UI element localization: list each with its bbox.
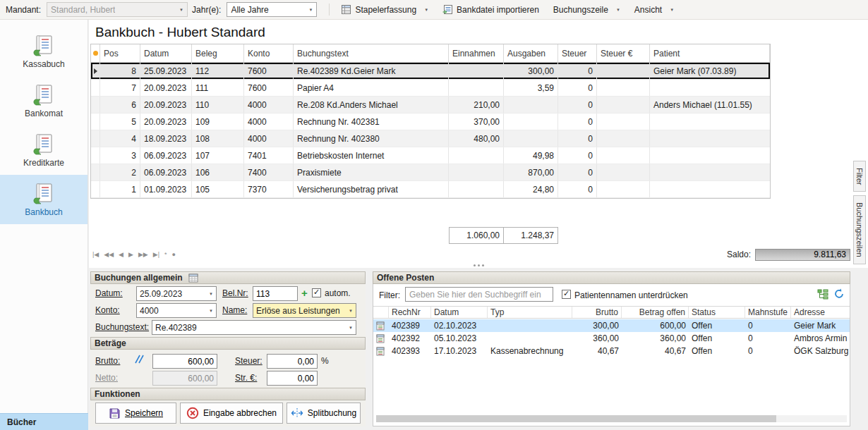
column-header-datum[interactable]: Datum <box>140 44 192 62</box>
cell-steuer-eur <box>597 80 650 96</box>
column-header-buchungstext[interactable]: Buchungstext <box>294 44 449 62</box>
table-row[interactable]: 7 20.09.2023 111 7600 Papier A4 3,59 0 <box>91 80 770 97</box>
cell-konto: 7370 <box>244 181 294 197</box>
navigator-icon[interactable]: |◀ <box>92 251 99 258</box>
ansicht-button[interactable]: Ansicht ▼ <box>629 3 679 17</box>
datum-select[interactable]: 25.09.2023 ▼ <box>136 286 217 301</box>
sidebar-item[interactable]: Kreditkarte <box>0 125 88 175</box>
cell-konto: 7600 <box>244 80 294 96</box>
toolbar-separator <box>329 4 330 16</box>
konto-value: 4000 <box>140 306 159 316</box>
str-eur-input[interactable] <box>267 371 318 386</box>
netto-label: Netto: <box>95 373 118 383</box>
split-arrows-icon <box>291 407 303 419</box>
list-item[interactable]: 402392 05.10.2023 360,00 360,00 Offen 0 … <box>373 332 850 345</box>
op-cell-datum: 17.10.2023 <box>431 345 488 357</box>
table-row[interactable]: 4 18.09.2023 108 4000 Rechnung Nr. 40238… <box>91 130 770 147</box>
autom-checkbox[interactable]: ✓ <box>312 288 321 297</box>
sidebar-item[interactable]: Bankomat <box>0 76 88 125</box>
navigator-icon[interactable]: ● <box>172 251 176 258</box>
op-column-mahnstufe[interactable]: Mahnstufe <box>745 307 791 318</box>
batch-grid-icon <box>341 4 351 15</box>
bookings-grid-area: Pos Datum Beleg Konto Buchungstext Einna… <box>90 44 850 268</box>
jahre-select[interactable]: Alle Jahre ▼ <box>227 2 317 17</box>
side-tab[interactable]: Buchungszeilen <box>853 195 866 264</box>
cell-einnahmen <box>449 80 504 96</box>
cell-ausgaben <box>504 113 558 130</box>
table-row[interactable]: 6 20.09.2023 110 4000 Re.208 Kd.Anders M… <box>91 97 770 113</box>
group-view-icon[interactable] <box>817 289 828 302</box>
brutto-input[interactable] <box>152 354 217 369</box>
navigator-icon[interactable]: ▶▶ <box>138 251 148 258</box>
cancel-button[interactable]: Eingabe abbrechen <box>180 403 283 424</box>
navigator-icon[interactable]: ▶ <box>128 251 133 258</box>
column-header-patient[interactable]: Patient <box>650 44 770 62</box>
column-header-beleg[interactable]: Beleg <box>192 44 244 62</box>
cell-buchungstext: Rechnung Nr. 402381 <box>294 113 449 130</box>
filter-search-input[interactable] <box>405 287 553 302</box>
save-button[interactable]: Speichern <box>95 403 176 424</box>
navigator-icon[interactable]: ◀◀ <box>104 251 114 258</box>
column-header-einnahmen[interactable]: Einnahmen <box>449 44 504 62</box>
cell-patient <box>650 130 770 147</box>
sidebar-footer-buecher[interactable]: Bücher <box>0 413 88 430</box>
cell-steuer: 0 <box>558 164 597 180</box>
cell-buchungstext: Re.208 Kd.Anders Michael <box>294 97 449 113</box>
invoice-doc-icon <box>373 319 389 332</box>
column-header-ausgaben[interactable]: Ausgaben <box>504 44 558 62</box>
table-row[interactable]: 1 01.09.2023 105 7370 Versicherungsbetra… <box>91 181 770 198</box>
name-select[interactable]: Erlöse aus Leistungen ▼ <box>253 303 356 318</box>
saldo-label: Saldo: <box>727 250 751 259</box>
op-scrollbar-thumb[interactable] <box>376 415 776 422</box>
chevron-down-icon: ▼ <box>349 309 353 313</box>
op-column-rechnr[interactable]: RechNr <box>389 307 431 318</box>
column-header-konto[interactable]: Konto <box>244 44 294 62</box>
navigator-icon[interactable]: ◀ <box>119 251 123 258</box>
horizontal-splitter[interactable] <box>89 263 868 268</box>
op-column-status[interactable]: Status <box>689 307 745 318</box>
side-tab[interactable]: Filter <box>853 161 866 192</box>
buchungstext-select[interactable]: Re.402389 ▼ <box>152 320 356 335</box>
table-row[interactable]: 5 20.09.2023 109 4000 Rechnung Nr. 40238… <box>91 113 770 130</box>
sidebar-item[interactable]: Kassabuch <box>0 27 88 76</box>
split-label: Splitbuchung <box>308 408 356 418</box>
sum-einnahmen: 1.060,00 <box>449 227 504 244</box>
cell-beleg: 105 <box>192 181 244 197</box>
table-row[interactable]: 8 25.09.2023 112 7600 Re.402389 Kd.Geier… <box>91 63 770 80</box>
konto-select[interactable]: 4000 ▼ <box>136 303 217 318</box>
op-column-brutto[interactable]: Brutto <box>572 307 622 318</box>
split-booking-button[interactable]: Splitbuchung <box>287 403 361 424</box>
list-item[interactable]: 402393 17.10.2023 Kassenabrechnung 40,67… <box>373 345 850 357</box>
bankdatei-importieren-button[interactable]: Bankdatei importieren <box>438 2 544 17</box>
list-item[interactable]: 402389 02.10.2023 300,00 600,00 Offen 0 … <box>373 319 850 332</box>
buchungszeile-button[interactable]: Buchungszeile ▼ <box>548 3 625 17</box>
column-header-pos[interactable]: Pos <box>100 44 140 62</box>
navigator-icon[interactable]: * <box>164 251 167 258</box>
op-column-adresse[interactable]: Adresse <box>791 307 850 318</box>
refresh-icon[interactable] <box>833 288 845 302</box>
column-header-steuer[interactable]: Steuer <box>558 44 597 62</box>
steuer-input[interactable] <box>267 354 318 369</box>
edit-icon[interactable] <box>134 355 145 366</box>
op-column-datum[interactable]: Datum <box>431 307 488 318</box>
sidebar-item[interactable]: Bankbuch <box>0 175 88 224</box>
column-header-steuer-eur[interactable]: Steuer € <box>597 44 650 62</box>
cell-buchungstext: Versicherungsbetrag privat <box>294 181 449 197</box>
mandant-select: Standard, Hubert ▼ <box>47 2 188 17</box>
op-column-betrag-offen[interactable]: Betrag offen <box>622 307 689 318</box>
suppress-patient-names-checkbox[interactable]: ✓ <box>562 290 571 299</box>
check-icon: ✓ <box>563 289 569 298</box>
table-row[interactable]: 2 06.09.2023 106 7400 Praxismiete 870,00… <box>91 164 770 181</box>
navigator-icon[interactable]: ▶| <box>153 251 159 258</box>
increment-belnr-icon[interactable]: + <box>301 288 308 298</box>
sum-row: 1.060,00 1.248,37 <box>449 227 558 244</box>
op-horizontal-scrollbar[interactable] <box>376 415 847 422</box>
cell-buchungstext: Betriebskosten Internet <box>294 147 449 164</box>
table-row[interactable]: 3 06.09.2023 107 7401 Betriebskosten Int… <box>91 147 770 164</box>
belnr-input[interactable] <box>253 286 298 301</box>
op-column-typ[interactable]: Typ <box>488 307 572 318</box>
sidebar-item-label: Kassabuch <box>23 59 64 69</box>
chevron-down-icon: ▼ <box>308 8 313 12</box>
cancel-icon <box>186 407 199 419</box>
stapelerfassung-button[interactable]: Stapelerfassung ▼ <box>336 2 433 17</box>
